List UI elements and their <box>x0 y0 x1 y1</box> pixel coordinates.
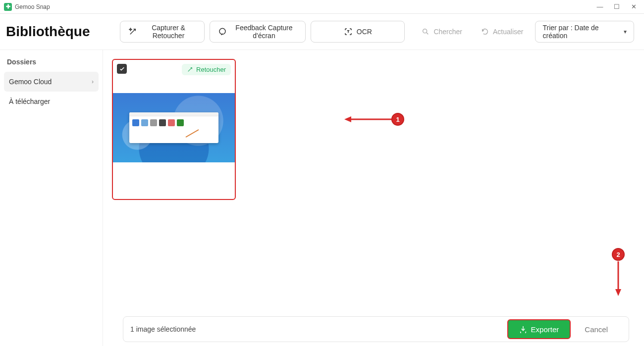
sidebar: Dossiers Gemoo Cloud › À télécharger <box>0 50 103 346</box>
svg-marker-5 <box>615 289 621 296</box>
main-area: Retoucher 1 2 <box>103 50 644 346</box>
chevron-right-icon: › <box>92 78 94 85</box>
feedback-capture-button[interactable]: Feedback Capture d'écran <box>210 21 306 43</box>
magic-wand-icon <box>128 27 137 36</box>
annotation-badge-1: 1 <box>391 113 404 126</box>
body: Dossiers Gemoo Cloud › À télécharger Ret… <box>0 50 644 346</box>
app-logo-icon: ✚ <box>4 3 12 11</box>
capture-retouch-button[interactable]: Capturer & Retoucher <box>120 21 205 43</box>
export-label: Exporter <box>531 325 559 334</box>
ocr-icon <box>344 27 353 36</box>
annotation-badge-2: 2 <box>612 248 625 261</box>
retouch-badge-button[interactable]: Retoucher <box>182 64 231 75</box>
search-icon <box>422 28 429 36</box>
refresh-icon <box>481 28 489 36</box>
sidebar-item-downloads[interactable]: À télécharger <box>4 92 99 111</box>
sort-select[interactable]: Trier par : Date de création ▾ <box>535 21 634 43</box>
cancel-button[interactable]: Cancel <box>571 319 622 339</box>
chevron-down-icon: ▾ <box>624 28 627 35</box>
minimize-button[interactable]: — <box>593 3 606 10</box>
ocr-label: OCR <box>357 28 372 36</box>
sort-label: Trier par : Date de création <box>542 24 610 40</box>
titlebar: ✚ Gemoo Snap — ☐ ✕ <box>0 0 644 14</box>
capture-retouch-label: Capturer & Retoucher <box>141 24 196 40</box>
selection-status: 1 image sélectionnée <box>130 325 196 333</box>
thumbnail-checkbox[interactable] <box>117 64 127 74</box>
maximize-button[interactable]: ☐ <box>610 3 623 10</box>
sidebar-item-label: Gemoo Cloud <box>9 78 52 86</box>
header-toolbar: Bibliothèque Capturer & Retoucher Feedba… <box>0 14 644 50</box>
window-controls: — ☐ ✕ <box>593 3 640 10</box>
sidebar-heading: Dossiers <box>4 58 99 72</box>
svg-point-0 <box>219 28 225 34</box>
annotation-arrow-1 <box>344 116 394 122</box>
page-title: Bibliothèque <box>6 24 90 40</box>
cancel-label: Cancel <box>585 325 608 334</box>
sidebar-item-label: À télécharger <box>9 98 50 105</box>
close-button[interactable]: ✕ <box>627 3 640 10</box>
retouch-label: Retoucher <box>196 66 226 73</box>
window-title: Gemoo Snap <box>15 3 50 10</box>
refresh-button[interactable]: Actualiser <box>474 21 530 43</box>
search-button[interactable]: Chercher <box>415 21 469 43</box>
edit-icon <box>187 66 193 73</box>
feedback-capture-label: Feedback Capture d'écran <box>231 24 298 40</box>
thumbnail-preview <box>113 93 235 162</box>
svg-marker-3 <box>344 116 351 122</box>
speech-bubble-icon <box>218 27 227 36</box>
download-icon <box>519 325 527 333</box>
export-button[interactable]: Exporter <box>507 319 571 339</box>
annotation-arrow-2 <box>615 261 621 296</box>
svg-point-1 <box>423 29 427 33</box>
screenshot-thumbnail[interactable]: Retoucher <box>112 59 236 200</box>
refresh-label: Actualiser <box>493 28 523 36</box>
search-placeholder: Chercher <box>433 28 462 36</box>
ocr-button[interactable]: OCR <box>311 21 405 43</box>
sidebar-item-gemoo-cloud[interactable]: Gemoo Cloud › <box>4 72 99 92</box>
selection-footer: 1 image sélectionnée Exporter Cancel <box>123 316 629 342</box>
